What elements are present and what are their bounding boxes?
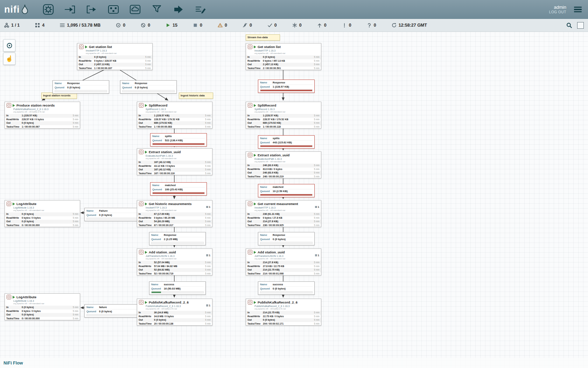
connection-name-row: Namesuccess xyxy=(151,282,204,287)
output-port-icon[interactable] xyxy=(85,3,98,16)
connection-name-row: NameResponse xyxy=(55,81,107,86)
processor[interactable]: Add station_uuid JoltTransformJSON 1.16.… xyxy=(246,248,321,275)
processor[interactable]: SplitRecord SplitRecord 1.16.3 org.apach… xyxy=(246,102,321,129)
stat-label: Out xyxy=(139,121,154,125)
stat-window: 5 min xyxy=(205,261,211,265)
processor-header: Get historic measurements xyxy=(137,200,212,206)
stat-window: 5 min xyxy=(205,168,211,172)
active-threads-status: 4 xyxy=(35,23,44,28)
processor-type: InvokeHTTP 1.16.3 xyxy=(137,206,212,209)
stat-window: 5 min xyxy=(205,318,211,322)
connection-label[interactable]: Namesuccess Queued16 (50.03 MB) xyxy=(149,281,206,295)
processor[interactable]: Get current measurement InvokeHTTP 1.16.… xyxy=(246,200,321,227)
canvas-label[interactable]: Ingest historic data xyxy=(179,93,213,99)
stat-value: 0 / 00:00:00.000 xyxy=(22,317,40,320)
processor[interactable]: Get station list InvokeHTTP 1.16.3 org.a… xyxy=(77,43,153,70)
stat-label: In xyxy=(139,311,154,315)
queued-status: 1,095 / 53.78 MB xyxy=(60,23,100,28)
processor[interactable]: Add station_uuid JoltTransformJSON 1.16.… xyxy=(137,248,212,275)
connection-queued-value: 0 (0 bytes) xyxy=(67,86,80,89)
stat-value: 0 (0 bytes) xyxy=(22,313,34,316)
connection-label[interactable]: NameResponse Queued2 (3.25 MB) xyxy=(149,232,206,245)
navigate-palette-toggle[interactable] xyxy=(3,39,15,52)
connection-name-value: splits xyxy=(273,137,280,140)
refresh-icon[interactable] xyxy=(392,23,397,28)
processor-type: PublishKafkaRecord_2_6 1.16.3 xyxy=(5,108,80,111)
connection-queued-value: 1 (228.57 KB) xyxy=(273,85,289,88)
processor-name: SplitRecord xyxy=(258,103,276,107)
run-status-icon xyxy=(13,203,15,205)
connection-label[interactable]: Namesuccess Queued0 (0 bytes) xyxy=(258,281,315,295)
logout-link[interactable]: LOG OUT xyxy=(549,10,566,15)
breadcrumb[interactable]: NiFi Flow xyxy=(4,361,23,366)
processor[interactable]: Extract station_uuid EvaluateJsonPath 1.… xyxy=(137,148,212,175)
processor-type: SplitRecord 1.16.3 xyxy=(246,108,321,111)
stat-value: 0 (0 bytes) xyxy=(22,122,34,124)
connection-label[interactable]: NameResponse Queued0 (0 bytes) xyxy=(258,232,315,245)
stat-row: In1 (228.57 KB) 5 min xyxy=(5,114,80,118)
processor-name: Extract station_uuid xyxy=(258,153,289,157)
stat-value: 67 (17.69 KB) xyxy=(154,213,169,215)
label-icon[interactable] xyxy=(194,3,207,16)
connection-queued-row: Queued16 (50.03 MB) xyxy=(151,287,204,291)
connection-name-value: success xyxy=(164,283,174,286)
invalid-icon xyxy=(218,23,223,28)
stat-label: Tasks/Time xyxy=(139,272,154,276)
connection-label[interactable]: Namesplits Queued443 (115.62 KB) xyxy=(258,135,315,149)
processor-icon[interactable] xyxy=(42,3,55,16)
global-menu-button[interactable] xyxy=(573,5,583,14)
connection-label[interactable]: NameFailure Queued0 (0 bytes) xyxy=(84,208,141,221)
processor-header: Get station list xyxy=(246,43,321,49)
processor-type-icon xyxy=(139,103,144,108)
stat-window: 5 min xyxy=(205,212,211,216)
connection-name-row: Namematched xyxy=(260,185,313,189)
operate-palette-toggle[interactable]: ☝ xyxy=(3,53,15,65)
processor[interactable]: Get station list InvokeHTTP 1.16.3 org.a… xyxy=(246,43,321,70)
processor[interactable]: SplitRecord SplitRecord 1.16.3 org.apach… xyxy=(137,102,212,129)
stat-label: Out xyxy=(139,220,154,224)
connection-queued-value: 522 (136.4 KB) xyxy=(165,139,183,142)
backpressure-bar-fill xyxy=(153,192,204,194)
stat-label: Tasks/Time xyxy=(6,317,22,321)
processor[interactable]: LogAttribute LogAttribute 1.16.3 org.apa… xyxy=(5,200,80,227)
processor[interactable]: LogAttribute LogAttribute 1.16.3 org.apa… xyxy=(5,293,80,320)
connection-name-value: Response xyxy=(273,233,285,237)
remote-process-group-icon[interactable] xyxy=(128,3,142,16)
template-icon[interactable] xyxy=(172,3,185,16)
panel-toggle-button[interactable] xyxy=(577,22,584,29)
processor-bundle: org.apache.nifi - nifi-standard-nar xyxy=(246,258,321,260)
refresh-status[interactable]: 12:58:27 GMT xyxy=(392,23,427,28)
processor[interactable]: PublishKafkaRecord_2_6 PublishKafkaRecor… xyxy=(246,299,321,326)
stat-window: 5 min xyxy=(314,224,320,227)
connection-label[interactable]: NameResponse Queued0 (0 bytes) xyxy=(52,80,109,94)
processor-header: PublishKafkaRecord_2_6 xyxy=(137,299,212,305)
threads-mini-icon xyxy=(315,206,317,208)
connection-label[interactable]: Namematched Queued100 (25.43 KB) xyxy=(150,182,207,196)
connection-label[interactable]: NameResponse Queued1 (228.57 KB) xyxy=(258,80,315,93)
process-group-icon[interactable] xyxy=(107,3,120,16)
run-status-icon xyxy=(254,203,256,205)
canvas-label[interactable]: Stream live-data xyxy=(246,34,280,41)
connection-label[interactable]: Namematched Queued10 (2.59 KB) xyxy=(258,184,315,197)
flow-canvas[interactable]: ☝ Stream live-data Ingest station record… xyxy=(0,32,588,368)
input-port-icon[interactable] xyxy=(63,3,77,16)
funnel-icon[interactable] xyxy=(150,3,163,16)
connection-label[interactable]: NameResponse Queued0 (0 bytes) xyxy=(120,80,177,94)
stat-value: 689 (179.52 KB) xyxy=(263,122,281,124)
stat-window: 5 min xyxy=(314,318,320,322)
processor[interactable]: Extract station_uuid EvaluateJsonPath 1.… xyxy=(246,151,321,178)
stat-window: 5 min xyxy=(314,272,320,276)
connection-label[interactable]: Namesplits Queued522 (136.4 KB) xyxy=(150,133,207,146)
processor[interactable]: PublishKafkaRecord_2_6 PublishKafkaRecor… xyxy=(137,299,212,326)
stat-row: In214 (27.8 KB) 5 min xyxy=(246,261,321,265)
processor[interactable]: Get historic measurements InvokeHTTP 1.1… xyxy=(137,200,212,227)
up-to-date-icon xyxy=(267,23,272,28)
search-icon[interactable] xyxy=(566,22,572,28)
connection-label[interactable]: Namefailure Queued0 (0 bytes) xyxy=(84,304,141,318)
processor-type: EvaluateJsonPath 1.16.3 xyxy=(246,158,321,161)
processor[interactable]: Produce station records PublishKafkaReco… xyxy=(5,102,80,129)
stat-row: Out246 (63.9 KB) 5 min xyxy=(246,171,321,175)
backpressure-bar xyxy=(122,90,175,92)
connection-queued-key: Queued xyxy=(151,237,164,241)
stat-value: 67 / 00:00:30.317 xyxy=(154,224,173,226)
